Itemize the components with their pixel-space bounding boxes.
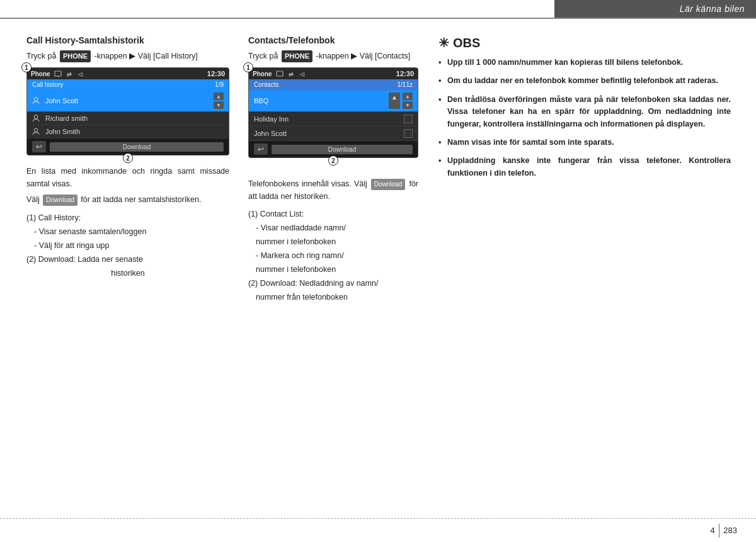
contacts-list-item-2: - Visar nedladdade namn/ (248, 222, 418, 234)
contacts-intro: Tryck på PHONE -knappen ▶ Välj [Contacts… (248, 50, 418, 62)
svg-text:⇄: ⇄ (67, 71, 72, 77)
call-history-list: (1) Call History: - Visar senaste samtal… (26, 212, 229, 279)
phone-label-left: Phone (31, 71, 50, 77)
obs-title: ✳ OBS (438, 35, 731, 50)
header-bar: Lär känna bilen (554, 0, 756, 18)
intro-text-mid-1: Tryck på (248, 52, 278, 60)
download-btn-left[interactable]: Download (50, 142, 224, 152)
contact-name-2-left: Richard smith (45, 115, 224, 122)
contacts-list-item-1: (1) Contact List: (248, 208, 418, 220)
contacts-list-item-7: nummer från telefonboken (248, 291, 418, 303)
arrow-down-mid[interactable]: ▼ (403, 101, 413, 109)
footer: 4 283 (0, 518, 756, 542)
bbq-icons: ▲ ▲ ▼ (389, 93, 413, 109)
phone-badge-mid: PHONE (282, 50, 312, 62)
page-indicator-left: 1/9 (215, 81, 224, 88)
col-call-history: Call History-Samtalshistorik Tryck på PH… (26, 35, 241, 512)
page-separator (719, 524, 720, 538)
call-history-body: En lista med inkommande och ringda samt … (26, 166, 229, 206)
download-btn-mid[interactable]: Download (272, 145, 413, 154)
phone-icon-mid-1 (275, 71, 284, 77)
checkbox-mid-1[interactable] (404, 115, 413, 123)
svg-text:◁: ◁ (300, 71, 305, 77)
call-history-screen-wrapper: 1 Phone ⇄ ◁ (26, 67, 229, 155)
contacts-screen-wrapper: 1 Phone ⇄ ◁ 12:30 (248, 67, 418, 168)
contacts-body: Telefonbokens innehåll visas. Välj Downl… (248, 178, 418, 203)
phone-topbar-left: Phone ⇄ ◁ 12:30 (27, 68, 229, 79)
svg-text:◁: ◁ (78, 71, 83, 77)
obs-heading: OBS (453, 36, 480, 50)
list-item-5: historiken (26, 267, 229, 279)
main-content: Call History-Samtalshistorik Tryck på PH… (0, 18, 756, 518)
contacts-screen: Phone ⇄ ◁ 12:30 Contacts (248, 67, 418, 158)
obs-item-3: Den trådlösa överföringen måste vara på … (438, 94, 731, 130)
phone-time-mid: 12:30 (396, 70, 414, 77)
checkbox-mid-2[interactable] (404, 129, 413, 138)
contact-row-1-mid: BBQ ▲ ▲ ▼ (249, 90, 418, 112)
contact-list-left: John Scott ▲ ▼ Richard smith (27, 90, 229, 138)
call-history-desc2: Välj Download för att ladda ner samtalsh… (26, 194, 229, 206)
obs-item-5: Uppladdning kanske inte fungerar från vi… (438, 155, 731, 179)
contacts-label: Contacts (254, 81, 278, 88)
phone-icon-2: ⇄ (66, 71, 74, 77)
intro-text-2: -knappen ▶ Välj [Call History] (94, 52, 198, 60)
contact-row-1-left: John Scott ▲ ▼ (27, 90, 229, 112)
call-history-title: Call History-Samtalshistorik (26, 35, 229, 45)
call-history-screen: Phone ⇄ ◁ 12:30 (26, 67, 229, 155)
page-number-right: 283 (723, 526, 737, 535)
svg-point-7 (34, 128, 38, 132)
contact-list-mid: BBQ ▲ ▲ ▼ Holiday Inn (249, 90, 418, 141)
contacts-list-item-6: (2) Download: Nedladdning av namn/ (248, 277, 418, 290)
contact-icon-3 (32, 128, 42, 135)
intro-text-mid-2: -knappen ▶ Välj [Contacts] (316, 52, 411, 60)
contacts-list-item-4: - Markera och ring namn/ (248, 249, 418, 262)
contact-row-2-mid: Holiday Inn (249, 112, 418, 127)
page-title: Lär känna bilen (680, 4, 745, 14)
scroll-arrows-mid: ▲ ▼ (403, 93, 413, 109)
contact-row-2-left: Richard smith (27, 112, 229, 125)
screen-header-row-mid: Contacts 1/11z (249, 79, 418, 90)
svg-point-6 (34, 115, 38, 119)
contact-row-3-left: John Smith (27, 125, 229, 138)
contact-name-1-left: John Scott (45, 97, 214, 104)
list-item-4: (2) Download: Ladda ner senaste (26, 253, 229, 266)
phone-title-left: Phone ⇄ ◁ (31, 71, 86, 77)
contact-icon-2 (32, 115, 42, 122)
page-number-left: 4 (711, 526, 715, 535)
call-history-intro: Tryck på PHONE -knappen ▶ Välj [Call His… (26, 50, 229, 62)
phone-title-mid: Phone ⇄ ◁ (253, 71, 308, 77)
svg-rect-8 (277, 71, 283, 76)
list-item-1: (1) Call History: (26, 212, 229, 224)
col-obs: ✳ OBS Upp till 1 000 namn/nummer kan kop… (430, 35, 738, 512)
list-item-3: - Välj för att ringa upp (26, 239, 229, 252)
svg-rect-0 (55, 71, 61, 76)
call-history-desc1: En lista med inkommande och ringda samt … (26, 166, 229, 190)
back-btn-mid[interactable]: ↩ (254, 144, 268, 155)
arrow-down-left[interactable]: ▼ (214, 101, 224, 109)
contact-name-2-mid: Holiday Inn (254, 115, 404, 123)
download-badge-mid: Download (371, 179, 405, 190)
back-btn-left[interactable]: ↩ (32, 141, 46, 152)
contacts-list-item-3: nummer i telefonboken (248, 235, 418, 248)
num-circle-2-mid: 2 (328, 155, 338, 166)
contact-icon-1 (32, 97, 42, 104)
arrow-up-mid[interactable]: ▲ (403, 93, 413, 100)
intro-text-1: Tryck på (26, 52, 56, 60)
num-circle-2-left: 2 (123, 153, 133, 163)
contact-name-3-left: John Smith (45, 128, 224, 135)
phone-badge-left: PHONE (60, 50, 91, 62)
phone-label-mid: Phone (253, 71, 272, 77)
svg-point-5 (34, 98, 38, 101)
bbq-up-arrow[interactable]: ▲ (389, 93, 400, 109)
arrow-up-left[interactable]: ▲ (214, 93, 224, 100)
list-item-2: - Visar senaste samtalen/loggen (26, 225, 229, 238)
scroll-arrows-left: ▲ ▼ (214, 93, 224, 109)
phone-icon-1 (54, 71, 62, 77)
page-indicator-mid: 1/11z (398, 81, 413, 88)
phone-icon-mid-2: ⇄ (287, 71, 296, 77)
obs-list: Upp till 1 000 namn/nummer kan kopieras … (438, 57, 731, 179)
obs-star: ✳ (438, 35, 449, 50)
phone-topbar-mid: Phone ⇄ ◁ 12:30 (249, 68, 418, 79)
contact-name-1-mid: BBQ (254, 97, 389, 104)
phone-icon-mid-3: ◁ (299, 71, 308, 77)
